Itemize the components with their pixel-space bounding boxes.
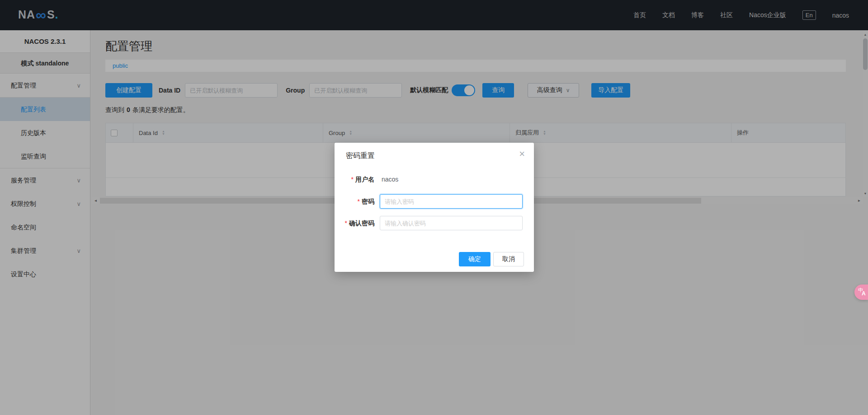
username-value: nacos: [382, 176, 398, 183]
confirm-password-label: *确认密码: [335, 219, 374, 228]
confirm-button[interactable]: 确定: [459, 252, 491, 266]
confirm-password-input[interactable]: [380, 216, 523, 230]
cancel-button[interactable]: 取消: [493, 252, 524, 266]
translate-icon: 中 A: [854, 284, 868, 300]
password-reset-dialog: 密码重置 × *用户名 nacos *密码 *确认密码 确定 取消: [335, 143, 534, 272]
translate-widget[interactable]: 中 A: [854, 284, 868, 300]
username-label: *用户名: [335, 176, 374, 184]
required-asterisk: *: [358, 198, 360, 205]
required-asterisk: *: [345, 219, 347, 227]
required-asterisk: *: [351, 176, 354, 183]
close-icon[interactable]: ×: [517, 147, 527, 161]
password-label: *密码: [335, 198, 374, 206]
password-input[interactable]: [380, 194, 523, 209]
dialog-title: 密码重置: [346, 151, 375, 161]
